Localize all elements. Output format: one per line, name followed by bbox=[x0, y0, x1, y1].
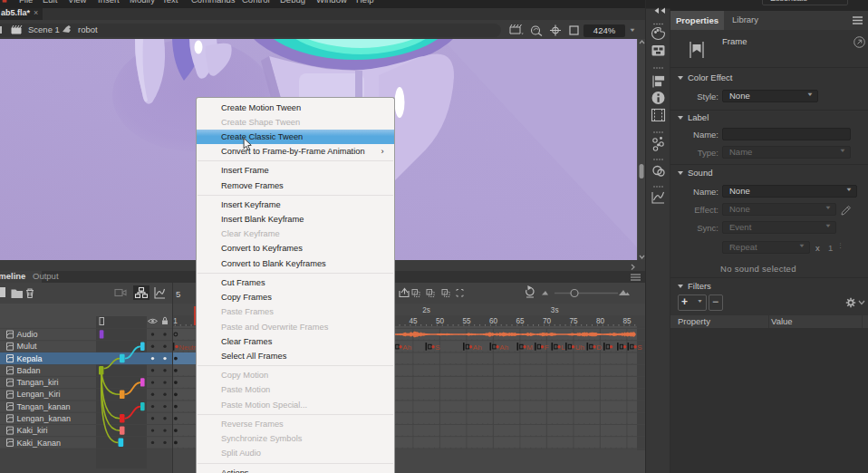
svg-text:50: 50 bbox=[436, 317, 445, 325]
svg-text:65: 65 bbox=[516, 317, 525, 325]
svg-text:Kaki_Kanan: Kaki_Kanan bbox=[17, 439, 62, 448]
svg-text:55: 55 bbox=[462, 317, 471, 325]
svg-text:Audio: Audio bbox=[17, 330, 38, 339]
svg-text:Ah: Ah bbox=[473, 343, 482, 352]
svg-text:Ah: Ah bbox=[402, 343, 411, 352]
svg-text:Uh: Uh bbox=[575, 343, 584, 352]
svg-text:85: 85 bbox=[622, 317, 632, 325]
svg-text:2s: 2s bbox=[422, 306, 430, 314]
svg-text:5: 5 bbox=[176, 288, 180, 298]
svg-text:Ah: Ah bbox=[499, 343, 508, 352]
svg-text:Mulut: Mulut bbox=[17, 342, 38, 351]
svg-text:3s: 3s bbox=[551, 306, 559, 314]
svg-text:Kaki_kiri: Kaki_kiri bbox=[17, 426, 48, 435]
svg-text:Badan: Badan bbox=[17, 366, 41, 375]
svg-text:M: M bbox=[526, 343, 533, 352]
svg-text:80: 80 bbox=[596, 317, 605, 325]
svg-text:60: 60 bbox=[489, 317, 498, 325]
svg-text:Kepala: Kepala bbox=[17, 354, 43, 363]
svg-text:Tangan_kiri: Tangan_kiri bbox=[17, 378, 59, 387]
svg-text:75: 75 bbox=[569, 317, 578, 325]
svg-text:Lengan_kanan: Lengan_kanan bbox=[17, 414, 72, 423]
svg-text:L: L bbox=[561, 343, 565, 352]
svg-text:1: 1 bbox=[173, 317, 178, 325]
svg-text:D: D bbox=[596, 343, 602, 352]
svg-text:Lengan_Kiri: Lengan_Kiri bbox=[17, 390, 61, 399]
svg-text:45: 45 bbox=[409, 317, 418, 325]
svg-text:Tangan_kanan: Tangan_kanan bbox=[17, 402, 71, 411]
svg-text:F: F bbox=[545, 343, 549, 352]
svg-text:S: S bbox=[435, 343, 439, 352]
svg-text:70: 70 bbox=[543, 317, 552, 325]
svg-text:S: S bbox=[637, 343, 641, 352]
